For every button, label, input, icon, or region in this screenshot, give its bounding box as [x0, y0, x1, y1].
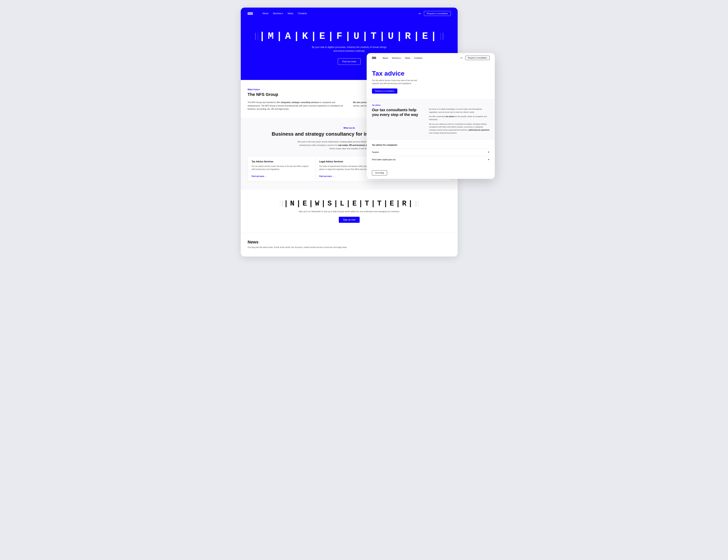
- accordion-item-taxation[interactable]: Taxation +: [372, 148, 490, 156]
- tax-nav: About Services News Contacts en Request …: [367, 53, 495, 63]
- tax-content-label: Tax advice: [372, 104, 490, 106]
- newsletter-title-text: |N|E|W|S|L|E|T|T|E|R|: [284, 200, 415, 208]
- go-to-blog-button[interactable]: Go to blog: [372, 170, 387, 176]
- tax-nav-about[interactable]: About: [383, 57, 388, 59]
- logo-bar-3: [248, 14, 253, 15]
- tax-hero-title: Tax advice: [372, 70, 490, 77]
- nav-about[interactable]: About: [262, 12, 268, 15]
- main-nav: About Services News Contacts en Request …: [241, 8, 458, 19]
- nav-news[interactable]: News: [288, 12, 293, 15]
- logo-bar-2: [248, 13, 253, 14]
- tax-nav-cta-button[interactable]: Request a consultation: [465, 56, 490, 60]
- accordion-item-real-estate[interactable]: Real estate capital gains tax +: [372, 156, 490, 163]
- tax-logo-bar-1: [372, 57, 376, 57]
- tax-hero-desc: Our tax advice service covers any area o…: [372, 79, 417, 85]
- tax-hero: Tax advice Our tax advice service covers…: [367, 63, 495, 99]
- service-card-tax: Tax Advice Services Our tax advice servi…: [248, 156, 315, 181]
- tax-content-title: Our tax consultants help you every step …: [372, 108, 424, 117]
- hero-cta-button[interactable]: Find out more: [338, 58, 361, 65]
- news-desc: Our blog has the latest news. A look at …: [248, 246, 451, 249]
- tax-nav-links: About Services News Contacts: [383, 57, 457, 59]
- service-legal-link[interactable]: Find out more: [319, 175, 335, 177]
- tax-logo-bar-3: [372, 59, 376, 59]
- hero-title-text: |M|A|K|E|F|U|T|U|R|E|: [259, 31, 439, 42]
- tax-content-p3: We are your reference point for everythi…: [429, 123, 490, 135]
- tax-request-button[interactable]: Request a consultation: [372, 89, 397, 94]
- tax-content-p1: We have an in-depth knowledge of current…: [429, 108, 490, 114]
- tax-nav-lang: en: [460, 57, 463, 59]
- tax-content-cols: Our tax consultants help you every step …: [372, 108, 490, 136]
- tax-nav-contacts[interactable]: Contacts: [414, 57, 422, 59]
- tax-nav-news[interactable]: News: [405, 57, 410, 59]
- about-col-1: The NFS Group was founded to offer integ…: [248, 101, 345, 111]
- card-overlay: About Services News Contacts en Request …: [367, 53, 495, 179]
- tax-content-left: Our tax consultants help you every step …: [372, 108, 424, 117]
- service-tax-desc: Our tax advice service covers all areas …: [252, 165, 311, 171]
- tax-content-p2: We offer customised tax advice for the s…: [429, 115, 490, 121]
- hero-subtitle: By your side to digitize processes, enha…: [248, 45, 450, 53]
- accordion-real-estate-plus[interactable]: +: [488, 158, 490, 161]
- service-tax-title: Tax Advice Services: [252, 160, 311, 163]
- tax-nav-right: en Request a consultation: [460, 56, 490, 60]
- blog-btn-area: Go to blog: [367, 167, 495, 179]
- newsletter-desc: Sign up to our Newsletter to stay up to …: [248, 210, 451, 213]
- card-overlay-wrapper: About Services News Contacts en Request …: [367, 53, 495, 179]
- service-tax-link[interactable]: Find out more: [252, 175, 267, 177]
- nav-lang: en: [419, 12, 421, 15]
- accordion-real-estate-label: Real estate capital gains tax: [372, 159, 396, 161]
- hero-title: |M|A|K|E|F|U|T|U|R|E|: [248, 31, 450, 42]
- accordion-taxation-plus[interactable]: +: [488, 151, 490, 154]
- nav-cta-button[interactable]: Request a consultation: [424, 11, 451, 16]
- nav-right: en Request a consultation: [419, 11, 451, 16]
- tax-accordion: Tax advice for companies Taxation + Real…: [367, 140, 495, 167]
- newsletter-signup-button[interactable]: Sign up now: [339, 217, 360, 223]
- nav-links: About Services News Contacts: [262, 12, 413, 15]
- logo-bar-1: [248, 12, 253, 13]
- tax-logo-bar-2: [372, 58, 376, 58]
- accordion-taxation-label: Taxation: [372, 151, 379, 153]
- nav-services[interactable]: Services: [273, 12, 283, 15]
- tax-nav-logo: [372, 57, 376, 59]
- tax-content-section: Tax advice Our tax consultants help you …: [367, 99, 495, 140]
- newsletter-section: |N|E|W|S|L|E|T|T|E|R| Sign up to our New…: [241, 190, 458, 233]
- tax-content-right: We have an in-depth knowledge of current…: [429, 108, 490, 136]
- nav-logo: [248, 12, 253, 15]
- accordion-section-title: Tax advice for companies: [372, 144, 490, 146]
- newsletter-title: |N|E|W|S|L|E|T|T|E|R|: [248, 200, 451, 208]
- tax-nav-services[interactable]: Services: [392, 57, 401, 59]
- screenshot-wrapper: About Services News Contacts en Request …: [241, 8, 487, 257]
- nav-contacts[interactable]: Contacts: [298, 12, 307, 15]
- news-title: News: [248, 240, 451, 245]
- news-section: News Our blog has the latest news. A loo…: [241, 233, 458, 257]
